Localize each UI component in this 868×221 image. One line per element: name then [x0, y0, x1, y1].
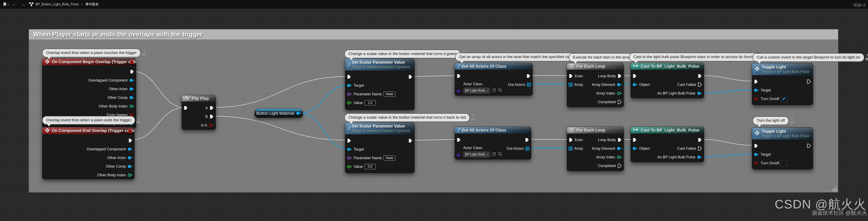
pin-b[interactable]: B [205, 114, 214, 119]
pin-other-actor[interactable]: Other Actor [107, 155, 133, 161]
pin-execin[interactable] [632, 137, 637, 142]
bubble-text[interactable]: Change a scalar value in the button mate… [344, 113, 470, 122]
event-graph-canvas[interactable]: When Player starts or ends the overlaps … [0, 0, 868, 221]
breadcrumb-current[interactable]: 事件图表 [85, 2, 98, 7]
pin-array-element[interactable]: Array Element [592, 82, 622, 87]
pin-array-index[interactable]: Array Index [596, 91, 622, 96]
bubble-pin-controls[interactable]: ⋯ [866, 53, 868, 60]
pin-other-comp[interactable]: Other Comp [107, 95, 134, 100]
pin-execin[interactable] [347, 138, 351, 143]
bubble-options-icon[interactable]: ⋯ [142, 53, 146, 56]
node-header[interactable]: Cast To BP_Light_Bulb_Pulse [631, 127, 704, 134]
pin-parameter-name[interactable]: Parameter NameState [347, 155, 395, 161]
pin-object[interactable]: Object [632, 82, 650, 87]
value-field[interactable]: State [383, 91, 395, 97]
pin-execin[interactable] [754, 143, 758, 148]
pin-execout[interactable] [525, 137, 529, 142]
pin-loop-body[interactable]: Loop Body [598, 137, 622, 142]
node-header[interactable]: f Set Scalar Parameter ValueTarget is Ma… [345, 58, 414, 71]
pin-overlapped-component[interactable]: Overlapped Component [87, 146, 133, 152]
breadcrumb-root[interactable]: BP_Button_Light_Bulb_Pulse [36, 2, 79, 6]
pin-execout[interactable] [698, 73, 702, 79]
pin-execout[interactable] [698, 137, 702, 142]
node-header[interactable]: On Component End Overlap (Trigger collis… [42, 127, 134, 134]
bubble-options-icon[interactable]: ⋯ [866, 58, 868, 60]
bubble-text[interactable]: Execute for each item in the array [569, 53, 635, 62]
bubble-text[interactable]: Call a custom event in the target Bluepr… [752, 53, 864, 62]
pin-execin[interactable] [457, 73, 461, 79]
node-flip-flop[interactable]: Flip Flop ABIs A [182, 95, 216, 130]
bubble-text[interactable]: Overlap event fires when a pawn touches … [42, 49, 141, 57]
bubble-options-icon[interactable]: ⋯ [790, 121, 794, 123]
pin-execout[interactable] [128, 138, 133, 143]
bubble-pin-controls[interactable]: ⋯ [142, 49, 146, 56]
pin-target[interactable]: Target [754, 152, 771, 157]
pin-value[interactable]: Value1.0 [347, 100, 376, 106]
pin-execout[interactable] [408, 138, 413, 143]
pin-other-actor[interactable]: Other Actor [109, 86, 134, 92]
class-dropdown[interactable]: BP Light Bulb P⌄ [463, 151, 490, 158]
bubble-text[interactable]: Change a scalar value in the button mate… [344, 50, 461, 58]
pin-object[interactable]: Object [632, 146, 650, 151]
pin-other-body-index[interactable]: Other Body Index [97, 172, 133, 178]
node-header[interactable]: Flip Flop [182, 95, 216, 102]
node-header[interactable]: Cast To BP_Light_Bulb_Pulse [631, 63, 704, 70]
bubble-pin-controls[interactable]: ⋯ [471, 113, 475, 120]
pin-parameter-name[interactable]: Parameter NameState [347, 91, 395, 97]
node-toggle-light[interactable]: Toggle LightTarget is BP Light Bulb Puls… [752, 63, 813, 105]
node-set-scalar-parameter-value[interactable]: f Set Scalar Parameter ValueTarget is Ma… [345, 122, 414, 173]
pin-turn-on-off[interactable]: Turn On/off✔ [754, 96, 787, 102]
pin-execout[interactable] [526, 73, 531, 79]
node-get-all-actors-of-class[interactable]: f Get All Actors Of Class Actor Class BP… [455, 63, 533, 95]
pin-execout[interactable] [408, 74, 413, 80]
pin-a[interactable]: A [205, 105, 214, 111]
node-header[interactable]: f Get All Actors Of Class [455, 127, 531, 134]
pin-output-marker[interactable] [296, 111, 301, 115]
value-field[interactable]: 1.0 [365, 100, 376, 106]
pin-execin[interactable] [632, 73, 637, 79]
pin-as-bp-light-bulb-pulse[interactable]: As BP Light Bulb Pulse [657, 155, 702, 160]
pin-execin[interactable] [347, 74, 351, 80]
node-for-each-loop[interactable]: For Each Loop ExecLoop BodyArrayArray El… [567, 127, 624, 171]
node-set-scalar-parameter-value[interactable]: f Set Scalar Parameter ValueTarget is Ma… [345, 58, 414, 110]
node-button-light-material[interactable]: Button Light Material [255, 109, 303, 118]
pin-execout[interactable] [130, 69, 134, 74]
pin-as-bp-light-bulb-pulse[interactable]: As BP Light Bulb Pulse [657, 91, 702, 96]
pin-exec[interactable]: Exec [569, 137, 583, 142]
node-header[interactable]: Toggle LightTarget is BP Light Bulb Puls… [752, 63, 813, 75]
node-on-component-end-overlap-trigger-collision[interactable]: On Component End Overlap (Trigger collis… [42, 127, 134, 179]
node-header[interactable]: For Each Loop [567, 127, 624, 134]
checkbox-unchecked[interactable] [781, 160, 787, 166]
pin-array-index[interactable]: Array Index [596, 155, 622, 160]
comment-box-header[interactable]: When Player starts or ends the overlaps … [29, 29, 838, 39]
pin-cast-failed[interactable]: Cast Failed [677, 82, 702, 87]
value-field[interactable]: 0.0 [365, 164, 376, 169]
node-header[interactable]: On Component Begin Overlap (Trigger coll… [42, 58, 136, 65]
checkbox-checked[interactable]: ✔ [781, 95, 787, 102]
pin-exec-o[interactable] [807, 79, 811, 84]
pin-target[interactable]: Target [347, 147, 364, 152]
node-get-all-actors-of-class[interactable]: f Get All Actors Of Class Actor Class BP… [455, 127, 531, 159]
bubble-text[interactable]: Turn the light off [752, 116, 789, 125]
pin-target[interactable]: Target [754, 87, 771, 93]
bubble-pin-controls[interactable]: ⋯ [790, 116, 794, 123]
bubble-options-icon[interactable]: ⋯ [471, 118, 475, 120]
pin-completed[interactable]: Completed [598, 163, 622, 168]
back-arrow[interactable]: ← [12, 2, 17, 7]
pin-loop-body[interactable]: Loop Body [598, 73, 622, 79]
reset-button[interactable] [492, 88, 496, 93]
bookmark-dropdown-caret[interactable]: ▾ [7, 3, 9, 6]
pin-execin[interactable] [457, 137, 461, 142]
class-dropdown[interactable]: BP Light Bulb P⌄ [463, 87, 490, 94]
pin-array[interactable]: Array [569, 82, 583, 87]
node-header[interactable]: Toggle LightTarget is BP Light Bulb Puls… [752, 128, 813, 139]
node-for-each-loop[interactable]: For Each Loop ExecLoop BodyArrayArray El… [567, 63, 624, 107]
pin-array-element[interactable]: Array Element [592, 146, 622, 151]
bubble-options-icon[interactable]: ⋯ [136, 121, 140, 123]
pin-exec-o[interactable] [807, 143, 811, 148]
reset-button[interactable] [492, 152, 496, 157]
pin-array[interactable]: Array [569, 146, 583, 151]
node-header[interactable]: For Each Loop [567, 63, 624, 70]
browse-button[interactable] [498, 88, 502, 93]
bubble-text[interactable]: Overlap event fires when a pawn exits th… [42, 116, 135, 125]
